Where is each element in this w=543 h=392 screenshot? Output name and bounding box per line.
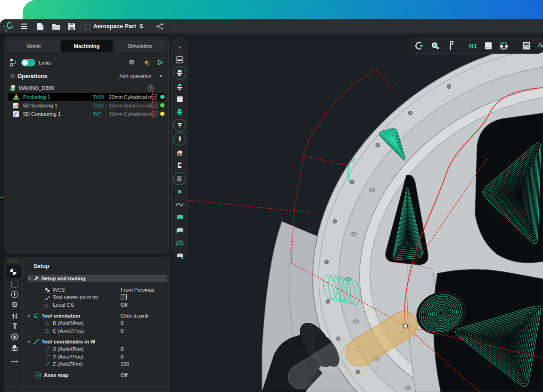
main-menu-button[interactable] bbox=[20, 22, 28, 31]
collision-check-icon[interactable] bbox=[414, 41, 424, 51]
tab-model[interactable]: Model bbox=[7, 40, 60, 52]
operation-status-dot bbox=[160, 95, 165, 99]
links-toggle[interactable] bbox=[21, 59, 35, 66]
stock-icon[interactable] bbox=[173, 93, 186, 106]
diagonal-axis-icon bbox=[45, 354, 50, 359]
operations-gear-icon: ⚙ bbox=[10, 74, 15, 79]
drill-icon[interactable] bbox=[9, 322, 20, 331]
curve-icon[interactable] bbox=[173, 198, 186, 211]
fixture-icon[interactable] bbox=[173, 106, 186, 118]
operation-row-pocketing[interactable]: Pocketing 1 T#20 20mm Cylindrical m bbox=[8, 93, 165, 101]
rail-item-wcs-active[interactable] bbox=[6, 265, 21, 278]
row-axis-z[interactable]: Z (AxisZPos) 235 bbox=[28, 360, 184, 368]
axes-arrows-icon[interactable] bbox=[9, 312, 20, 320]
collision-watch-icon[interactable] bbox=[143, 59, 150, 66]
new-file-button[interactable] bbox=[37, 22, 44, 31]
tab-simulation[interactable]: Simulation bbox=[113, 40, 166, 52]
operation-tool-number: T#7 bbox=[93, 111, 109, 117]
row-axis-x[interactable]: X (AxisXPos) 0 bbox=[28, 345, 184, 353]
tcp-checkbox[interactable] bbox=[121, 294, 127, 301]
surface-grid-icon[interactable] bbox=[173, 237, 186, 249]
links-settings-gear-icon[interactable]: ⚙ bbox=[129, 59, 135, 65]
clamp-icon[interactable] bbox=[173, 159, 186, 172]
operation-row-surfacing[interactable]: 5D Surfacing 1 T#21 12mm Spherical mil bbox=[8, 101, 165, 109]
group-tool-coordinates[interactable]: ▾ Tool coordinates in W bbox=[28, 338, 167, 345]
more-icon[interactable] bbox=[9, 357, 20, 366]
tool-circled-icon[interactable] bbox=[173, 119, 186, 132]
machine-state-icon[interactable] bbox=[148, 85, 154, 91]
rail-divider bbox=[22, 257, 23, 392]
collapse-chevron-icon[interactable]: ▾ bbox=[173, 41, 186, 53]
surface-gray-icon[interactable] bbox=[173, 224, 186, 237]
gear-icon[interactable]: ⚙ bbox=[9, 301, 20, 309]
operation-status-dot bbox=[160, 103, 165, 107]
save-button[interactable] bbox=[68, 22, 75, 31]
row-value[interactable]: Off bbox=[121, 302, 127, 308]
row-local-cs[interactable]: Local CS Off bbox=[28, 301, 184, 309]
caret-icon[interactable]: ▾ bbox=[28, 313, 33, 318]
operation-row-contouring[interactable]: 5D Contouring 1 T#7 10mm Cylindrical mil… bbox=[8, 110, 165, 118]
solid-icon[interactable] bbox=[173, 250, 186, 262]
row-label: Z (AxisZPos) bbox=[53, 361, 83, 367]
row-axes-map[interactable]: Axes map Off bbox=[28, 371, 175, 379]
diagonal-axis-icon bbox=[45, 347, 50, 352]
row-value[interactable]: 0 bbox=[121, 354, 123, 359]
row-wcs[interactable]: WCS From Previous bbox=[28, 286, 184, 294]
share-button[interactable] bbox=[156, 22, 164, 31]
pallet-icon[interactable] bbox=[499, 41, 509, 51]
coolant-icon[interactable] bbox=[9, 333, 20, 341]
drill-circled-icon[interactable] bbox=[173, 132, 186, 146]
viewport-3d[interactable] bbox=[165, 33, 543, 392]
row-axis-c[interactable]: C (AxisCPos) 0 bbox=[28, 327, 184, 335]
gcode-n1[interactable]: N1 bbox=[469, 41, 477, 51]
tab-machining[interactable]: Machining bbox=[60, 40, 114, 52]
machine-name[interactable]: MAKINO_D800 bbox=[18, 85, 54, 91]
group-label: Setup and tooling bbox=[41, 276, 85, 281]
row-tool-center-point[interactable]: Tool center point man bbox=[28, 294, 184, 301]
probe-icon[interactable] bbox=[430, 41, 440, 51]
run-simulation-button[interactable] bbox=[157, 59, 164, 66]
compass-icon[interactable] bbox=[9, 290, 20, 299]
selection-icon[interactable] bbox=[9, 280, 20, 288]
toolpath-compare-icon[interactable] bbox=[538, 41, 543, 51]
group-setup-and-tooling[interactable]: ▾ Setup and tooling bbox=[28, 275, 167, 282]
group-value[interactable]: Click to pick bbox=[121, 313, 148, 318]
point-icon[interactable] bbox=[173, 186, 186, 198]
operation-tool-desc: 10mm Cylindrical mill bbox=[109, 111, 151, 117]
caliper-icon[interactable] bbox=[446, 41, 456, 51]
add-operation-caret-icon[interactable]: ▾ bbox=[160, 74, 162, 78]
caret-icon[interactable]: ▾ bbox=[28, 276, 33, 281]
row-axis-y[interactable]: Y (AxisYPos) 0 bbox=[28, 353, 184, 360]
row-label: WCS bbox=[53, 287, 65, 293]
open-file-button[interactable] bbox=[52, 22, 60, 31]
post-panel-icon[interactable] bbox=[484, 41, 493, 51]
operation-name: 5D Contouring 1 bbox=[23, 111, 93, 117]
workpiece-orange-icon[interactable] bbox=[173, 147, 186, 159]
row-value[interactable]: 0 bbox=[121, 328, 123, 334]
machine-icon bbox=[10, 85, 16, 91]
pocketing-icon bbox=[13, 94, 19, 100]
holder-icon[interactable] bbox=[9, 344, 20, 353]
tool-center-point bbox=[403, 324, 408, 328]
links-graph-icon[interactable] bbox=[10, 58, 18, 67]
row-value[interactable]: 0 bbox=[121, 320, 123, 326]
holder-cap-icon[interactable] bbox=[173, 81, 186, 93]
row-value[interactable]: 235 bbox=[121, 361, 129, 367]
add-operation-button[interactable]: Add operation bbox=[119, 74, 152, 79]
contouring-icon bbox=[13, 111, 19, 117]
row-value[interactable]: Off bbox=[121, 372, 127, 378]
machine-icon[interactable] bbox=[173, 54, 186, 66]
row-axis-b[interactable]: B (AxisBPos) 0 bbox=[28, 319, 184, 327]
holder-circled-icon[interactable] bbox=[173, 66, 186, 80]
group-tool-orientation[interactable]: ▾ Tool orientation Click to pick bbox=[28, 312, 167, 319]
operation-name: Pocketing 1 bbox=[23, 94, 93, 100]
control-panel-icon[interactable] bbox=[522, 41, 531, 51]
surface-teal-icon[interactable] bbox=[173, 211, 186, 223]
row-value[interactable]: 0 bbox=[121, 346, 123, 352]
app-logo[interactable] bbox=[3, 22, 14, 31]
group-label: Tool orientation bbox=[41, 313, 80, 318]
row-value[interactable]: From Previous bbox=[121, 287, 155, 293]
mesh-circled-icon[interactable] bbox=[173, 172, 186, 185]
caret-icon[interactable]: ▾ bbox=[28, 339, 33, 344]
rail-drag-handle[interactable] bbox=[7, 259, 19, 263]
